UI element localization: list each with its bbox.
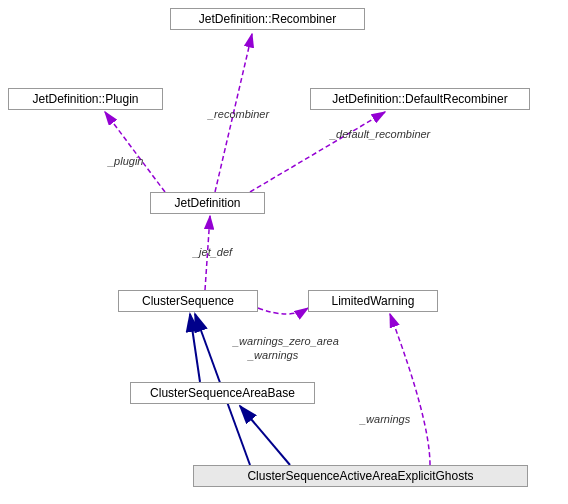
node-plugin-label: JetDefinition::Plugin (32, 92, 138, 106)
label-default-recombiner: _default_recombiner (330, 128, 430, 140)
node-cluster-sequence-area-base-label: ClusterSequenceAreaBase (150, 386, 295, 400)
node-jet-definition[interactable]: JetDefinition (150, 192, 265, 214)
node-recombiner-label: JetDefinition::Recombiner (199, 12, 336, 26)
label-warnings-2: _warnings (360, 413, 410, 425)
svg-line-4 (105, 112, 165, 192)
label-warnings-1: _warnings (248, 349, 298, 361)
label-jet-def: _jet_def (193, 246, 232, 258)
arrows-svg (0, 0, 568, 504)
node-plugin[interactable]: JetDefinition::Plugin (8, 88, 163, 110)
node-limited-warning[interactable]: LimitedWarning (308, 290, 438, 312)
node-cluster-sequence-area-base[interactable]: ClusterSequenceAreaBase (130, 382, 315, 404)
node-limited-warning-label: LimitedWarning (332, 294, 415, 308)
node-default-recombiner[interactable]: JetDefinition::DefaultRecombiner (310, 88, 530, 110)
node-cluster-sequence-active-area-explicit-ghosts-label: ClusterSequenceActiveAreaExplicitGhosts (247, 469, 473, 483)
svg-line-7 (190, 314, 200, 382)
node-cluster-sequence[interactable]: ClusterSequence (118, 290, 258, 312)
node-jet-definition-label: JetDefinition (174, 196, 240, 210)
node-cluster-sequence-label: ClusterSequence (142, 294, 234, 308)
svg-line-5 (250, 112, 385, 192)
node-default-recombiner-label: JetDefinition::DefaultRecombiner (332, 92, 507, 106)
diagram-container: JetDefinition::Recombiner JetDefinition:… (0, 0, 568, 504)
node-cluster-sequence-active-area-explicit-ghosts[interactable]: ClusterSequenceActiveAreaExplicitGhosts (193, 465, 528, 487)
label-plugin: _plugin (108, 155, 143, 167)
svg-line-9 (240, 406, 290, 465)
node-recombiner[interactable]: JetDefinition::Recombiner (170, 8, 365, 30)
label-warnings-zero-area: _warnings_zero_area (233, 335, 339, 347)
label-recombiner: _recombiner (208, 108, 269, 120)
